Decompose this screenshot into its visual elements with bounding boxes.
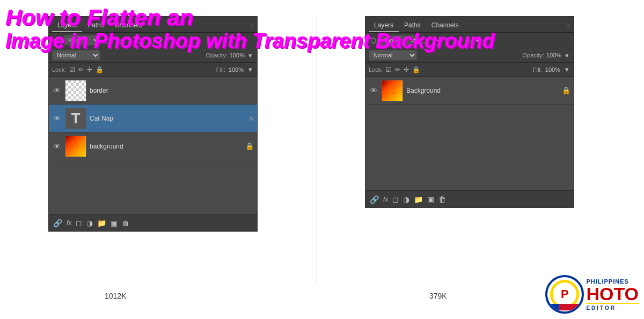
- filesize-left: 1012K: [105, 292, 126, 300]
- fill-val-right: 100%: [545, 66, 560, 73]
- layer-background-left[interactable]: 👁 background 🔒: [49, 132, 257, 160]
- logo-editor-text: EDITOR: [586, 303, 639, 311]
- panel-menu-right[interactable]: ≡: [567, 23, 570, 29]
- lock-pen-right[interactable]: ✏: [395, 66, 400, 73]
- title-area: How to Flatten an Image in Photoshop wit…: [5, 5, 494, 53]
- layer-catnap[interactable]: 👁 T Cat Nap fx: [49, 105, 257, 132]
- opacity-val-left: 100%: [230, 52, 245, 58]
- layer-name-border: border: [90, 87, 254, 94]
- opacity-label-left: Opacity:: [206, 52, 228, 58]
- layer-name-catnap: Cat Nap: [90, 115, 246, 122]
- lock-label-right: Lock:: [369, 66, 383, 73]
- thumb-border: [65, 80, 86, 101]
- mask-icon-right[interactable]: ◻: [392, 195, 399, 204]
- new-icon-left[interactable]: ▣: [111, 219, 118, 227]
- logo-area: P PHILIPPINES HOTO EDITOR: [545, 275, 639, 314]
- empty-area-right: [365, 105, 574, 190]
- lock-pen-left[interactable]: ✏: [78, 66, 84, 73]
- bottom-bar-left: 🔗 fx ◻ ◑ 📁 ▣ 🗑: [49, 214, 257, 231]
- lock-all-right[interactable]: 🔒: [412, 66, 420, 73]
- opacity-arrow-right[interactable]: ▾: [564, 50, 570, 61]
- lock-row-right: Lock: ☑ ✏ ✛ 🔒 Fill: 100% ▾: [365, 63, 574, 77]
- fx-icon-left[interactable]: fx: [67, 219, 71, 227]
- eye-catnap[interactable]: 👁: [52, 114, 62, 123]
- layers-list-left: 👁 border 👁 T Cat Nap fx 👁 background 🔒: [49, 77, 257, 160]
- fx-icon-right[interactable]: fx: [383, 196, 388, 203]
- link-icon-left[interactable]: 🔗: [53, 219, 62, 227]
- eye-background-left[interactable]: 👁: [52, 142, 62, 151]
- lock-move-left[interactable]: ✛: [87, 66, 92, 73]
- title-line1: How to Flatten an: [5, 5, 494, 30]
- eye-border[interactable]: 👁: [52, 86, 62, 95]
- layer-lock-background-right: 🔒: [562, 86, 570, 94]
- lock-move-right[interactable]: ✛: [404, 66, 409, 73]
- link-icon-right[interactable]: 🔗: [370, 195, 379, 204]
- lock-check-right[interactable]: ☑: [386, 66, 392, 73]
- layers-list-right: 👁 CatNap Background 🔒: [365, 77, 574, 105]
- thumb-background-left: [65, 136, 86, 157]
- fill-label-right: Fill:: [533, 66, 542, 73]
- new-icon-right[interactable]: ▣: [427, 195, 434, 204]
- center-divider: [317, 16, 317, 284]
- lock-check-left[interactable]: ☑: [69, 66, 75, 73]
- opacity-label-right: Opacity:: [523, 52, 544, 58]
- logo-p-letter: P: [561, 287, 569, 301]
- lock-row-left: Lock: ☑ ✏ ✛ 🔒 Fill: 100% ▾: [49, 63, 257, 77]
- adjust-icon-right[interactable]: ◑: [403, 195, 409, 204]
- layer-background-right[interactable]: 👁 CatNap Background 🔒: [365, 77, 574, 105]
- logo-flag-strip: [547, 304, 582, 310]
- layer-name-background-left: background: [90, 143, 242, 150]
- fill-arrow-right[interactable]: ▾: [564, 64, 570, 75]
- thumb-background-right: CatNap: [382, 80, 403, 101]
- logo-text: PHILIPPINES HOTO EDITOR: [586, 278, 639, 311]
- lock-all-left[interactable]: 🔒: [96, 66, 104, 73]
- logo-photo-text: HOTO: [586, 285, 639, 303]
- layer-border[interactable]: 👁 border: [49, 77, 257, 105]
- logo-circle: P: [545, 275, 584, 314]
- folder-icon-left[interactable]: 📁: [97, 219, 106, 227]
- trash-icon-right[interactable]: 🗑: [438, 195, 446, 204]
- mask-icon-left[interactable]: ◻: [76, 219, 82, 227]
- opacity-val-right: 100%: [546, 52, 561, 58]
- fill-arrow-left[interactable]: ▾: [247, 64, 254, 75]
- layer-name-background-right: Background: [406, 87, 559, 94]
- layer-lock-background-left: 🔒: [245, 142, 254, 150]
- filesize-right: 379K: [429, 292, 447, 300]
- title-line2: Image in Photoshop with Transparent Back…: [5, 30, 494, 53]
- thumb-catnap: T: [65, 108, 86, 129]
- adjust-icon-left[interactable]: ◑: [86, 219, 93, 227]
- bottom-bar-right: 🔗 fx ◻ ◑ 📁 ▣ 🗑: [365, 190, 574, 207]
- folder-icon-right[interactable]: 📁: [414, 195, 423, 204]
- fill-val-left: 100%: [229, 66, 244, 73]
- layer-fx-catnap: fx: [249, 115, 254, 122]
- trash-icon-left[interactable]: 🗑: [122, 219, 129, 227]
- eye-background-right[interactable]: 👁: [369, 86, 378, 95]
- empty-area-left: [49, 160, 257, 214]
- fill-label-left: Fill:: [216, 66, 225, 73]
- lock-label-left: Lock:: [52, 66, 66, 73]
